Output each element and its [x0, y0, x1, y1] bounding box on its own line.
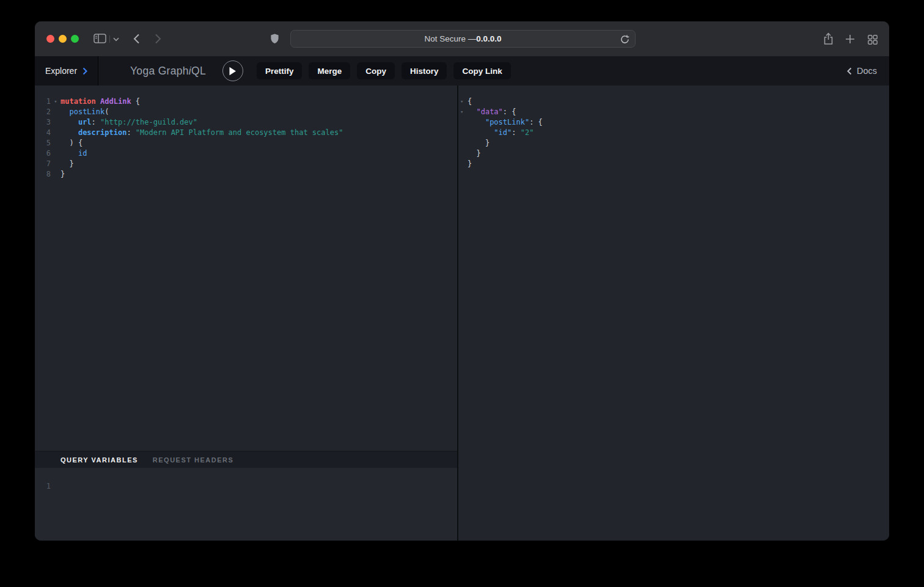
explorer-toggle[interactable]: Explorer	[35, 56, 98, 86]
zoom-window-button[interactable]	[71, 35, 79, 43]
browser-titlebar: Not Secure — 0.0.0.0	[35, 21, 889, 56]
back-icon[interactable]	[133, 34, 140, 44]
titlebar-separator	[109, 35, 110, 43]
address-host: 0.0.0.0	[476, 34, 501, 43]
chevron-right-icon	[82, 67, 87, 75]
fold-arrow-icon[interactable]: ▾	[458, 107, 468, 117]
chevron-down-icon[interactable]	[113, 37, 119, 42]
code-text: postLink(	[61, 107, 109, 117]
sidebar-toggle-icon[interactable]	[94, 34, 106, 43]
code-text: "postLink": {	[468, 117, 543, 128]
fold-gutter	[51, 159, 61, 169]
query-variables-editor[interactable]: 1	[35, 468, 457, 541]
code-line: 1▾mutation AddLink {	[35, 97, 457, 107]
play-icon	[229, 67, 237, 76]
query-editor[interactable]: 1▾mutation AddLink {2 postLink(3 url: "h…	[35, 86, 457, 451]
line-number: 8	[35, 169, 51, 180]
history-button[interactable]: History	[402, 62, 447, 79]
result-viewer[interactable]: ▾{▾ "data": { "postLink": { "id": "2" } …	[458, 86, 889, 541]
code-text: mutation AddLink {	[61, 97, 140, 107]
fold-arrow-icon[interactable]: ▾	[51, 97, 61, 107]
fold-gutter	[458, 159, 468, 169]
copy-link-button[interactable]: Copy Link	[453, 62, 510, 79]
code-text: }	[468, 159, 472, 169]
line-number: 6	[35, 148, 51, 159]
new-tab-icon[interactable]	[845, 34, 855, 44]
code-text: ) {	[61, 138, 82, 148]
fold-gutter	[458, 148, 468, 159]
explorer-label: Explorer	[45, 66, 77, 76]
security-label: Not Secure —	[424, 34, 476, 43]
bottom-panel-tabbar: QUERY VARIABLES REQUEST HEADERS	[35, 451, 457, 468]
code-text: id	[61, 148, 87, 159]
yoga-graphiql-logo: Yoga GraphiQL	[130, 65, 206, 78]
fold-gutter	[458, 138, 468, 148]
line-number: 2	[35, 107, 51, 117]
code-line: 8}	[35, 169, 457, 180]
prettify-button[interactable]: Prettify	[257, 62, 302, 79]
code-line: ▾ "data": {	[458, 107, 889, 117]
fold-gutter	[51, 148, 61, 159]
code-line: 3 url: "http://the-guild.dev"	[35, 117, 457, 128]
code-text: }	[61, 169, 65, 180]
main-area: 1▾mutation AddLink {2 postLink(3 url: "h…	[35, 86, 889, 541]
line-number: 3	[35, 117, 51, 128]
code-text: url: "http://the-guild.dev"	[61, 117, 197, 128]
code-line: 6 id	[35, 148, 457, 159]
browser-window: Not Secure — 0.0.0.0	[35, 21, 889, 541]
tab-query-variables[interactable]: QUERY VARIABLES	[61, 456, 138, 464]
code-line: ▾{	[458, 97, 889, 107]
merge-button[interactable]: Merge	[309, 62, 350, 79]
code-text: }	[61, 159, 74, 169]
shield-icon[interactable]	[270, 33, 279, 45]
code-line: 2 postLink(	[35, 107, 457, 117]
docs-toggle[interactable]: Docs	[847, 66, 877, 76]
address-bar[interactable]: Not Secure — 0.0.0.0	[290, 30, 636, 48]
graphiql-toolbar: Explorer Yoga GraphiQL Prettify Merge Co…	[35, 56, 889, 86]
code-line: }	[458, 159, 889, 169]
code-line: 5 ) {	[35, 138, 457, 148]
reload-icon[interactable]	[620, 35, 629, 44]
code-text: }	[468, 148, 481, 159]
fold-gutter	[51, 128, 61, 138]
code-line: }	[458, 148, 889, 159]
share-icon[interactable]	[823, 32, 834, 45]
line-number: 1	[35, 97, 51, 107]
line-number: 4	[35, 128, 51, 138]
code-text: "id": "2"	[468, 128, 534, 138]
toolbar-buttons: Prettify Merge Copy History Copy Link	[257, 62, 511, 79]
code-line: 4 description: "Modern API Platform and …	[35, 128, 457, 138]
fold-arrow-icon[interactable]: ▾	[458, 97, 468, 107]
code-line: "id": "2"	[458, 128, 889, 138]
tab-overview-icon[interactable]	[868, 35, 878, 45]
code-line: }	[458, 138, 889, 148]
fold-gutter	[458, 128, 468, 138]
code-line: 7 }	[35, 159, 457, 169]
line-number: 5	[35, 138, 51, 148]
close-window-button[interactable]	[46, 35, 54, 43]
fold-gutter	[51, 117, 61, 128]
execute-query-button[interactable]	[222, 60, 243, 81]
code-text: {	[468, 97, 472, 107]
code-line: "postLink": {	[458, 117, 889, 128]
line-number: 1	[35, 481, 51, 492]
fold-gutter	[458, 117, 468, 128]
code-line: 1	[35, 481, 457, 492]
tab-request-headers[interactable]: REQUEST HEADERS	[153, 456, 234, 464]
minimize-window-button[interactable]	[59, 35, 67, 43]
code-text: "data": {	[468, 107, 516, 117]
fold-gutter	[51, 169, 61, 180]
docs-label: Docs	[857, 66, 877, 76]
fold-gutter	[51, 107, 61, 117]
forward-icon[interactable]	[155, 34, 161, 44]
code-text: }	[468, 138, 490, 148]
fold-gutter	[51, 138, 61, 148]
line-number: 7	[35, 159, 51, 169]
left-pane: 1▾mutation AddLink {2 postLink(3 url: "h…	[35, 86, 457, 541]
copy-button[interactable]: Copy	[357, 62, 395, 79]
code-text: description: "Modern API Platform and ec…	[61, 128, 343, 138]
chevron-left-icon	[847, 67, 852, 75]
